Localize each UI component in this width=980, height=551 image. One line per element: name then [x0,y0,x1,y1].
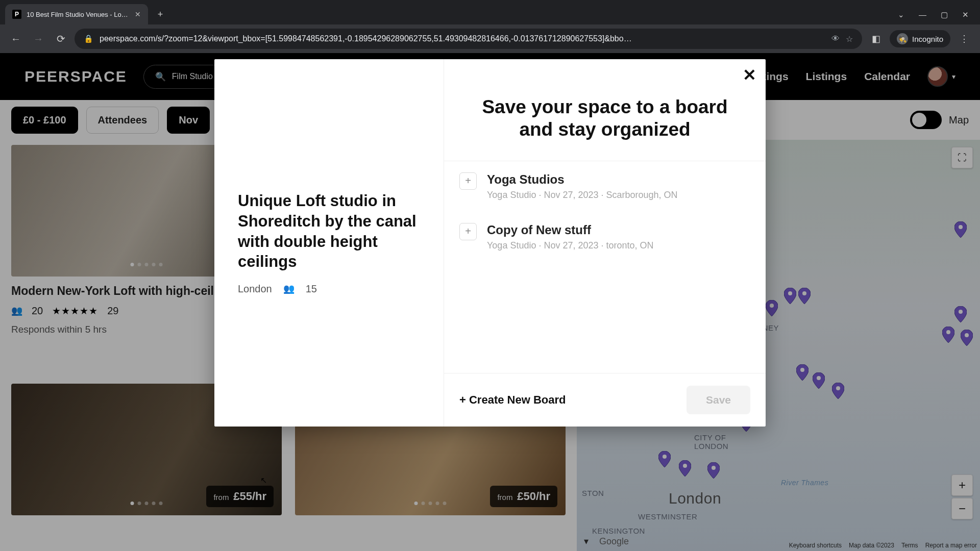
new-tab-button[interactable]: + [153,7,167,21]
create-new-board-button[interactable]: + Create New Board [459,393,566,407]
people-icon: 👥 [283,283,295,294]
lock-icon: 🔒 [84,34,93,43]
board-list: + Yoga Studios Yoga Studio · Nov 27, 202… [444,161,766,373]
save-button[interactable]: Save [687,386,750,414]
browser-tab[interactable]: P 10 Best Film Studio Venues - Lo… ✕ [5,4,148,24]
modal-footer: + Create New Board Save [444,373,766,427]
modal-board-panel: ✕ Save your space to a board and stay or… [444,59,766,427]
no-tracking-icon[interactable]: 👁 [831,34,840,43]
space-title: Unique Loft studio in Shoreditch by the … [238,191,421,272]
url-text: peerspace.com/s/?zoom=12&viewport_bbox=[… [100,34,825,43]
browser-tab-strip: P 10 Best Film Studio Venues - Lo… ✕ + ⌄… [0,0,980,24]
tab-title: 10 Best Film Studio Venues - Lo… [27,11,130,18]
chevron-down-icon[interactable]: ⌄ [898,10,904,19]
board-name: Copy of New stuff [487,223,654,237]
reload-button[interactable]: ⟳ [52,30,69,47]
add-to-board-button[interactable]: + [459,172,477,190]
extensions-icon[interactable]: ◧ [867,30,885,47]
tab-favicon: P [12,10,21,19]
back-button[interactable]: ← [7,30,24,47]
maximize-icon[interactable]: ▢ [941,10,948,19]
incognito-badge: 🕵 Incognito [890,30,950,47]
browser-toolbar: ← → ⟳ 🔒 peerspace.com/s/?zoom=12&viewpor… [0,24,980,53]
close-tab-icon[interactable]: ✕ [135,10,141,18]
board-name: Yoga Studios [487,172,678,187]
modal-heading: Save your space to a board and stay orga… [444,59,766,161]
board-subtext: Yoga Studio · Nov 27, 2023 · Scarborough… [487,190,678,201]
incognito-label: Incognito [912,35,943,43]
page: PEERSPACE 🔍 Film Studio • London, UK 🌐 I… [0,53,980,551]
close-icon[interactable]: ✕ [743,65,756,85]
add-to-board-button[interactable]: + [459,223,477,240]
space-capacity: 15 [306,283,317,295]
save-to-board-modal: Unique Loft studio in Shoreditch by the … [214,59,766,427]
address-bar[interactable]: 🔒 peerspace.com/s/?zoom=12&viewport_bbox… [75,29,862,49]
incognito-icon: 🕵 [897,33,908,44]
bookmark-star-icon[interactable]: ☆ [846,34,853,44]
space-location: London [238,283,272,295]
minimize-icon[interactable]: — [919,10,926,19]
board-subtext: Yoga Studio · Nov 27, 2023 · toronto, ON [487,240,654,251]
browser-menu-icon[interactable]: ⋮ [955,30,973,47]
close-window-icon[interactable]: ✕ [962,10,969,19]
modal-space-preview: Unique Loft studio in Shoreditch by the … [214,59,444,427]
forward-button[interactable]: → [30,30,47,47]
window-controls: ⌄ — ▢ ✕ [898,10,980,24]
board-item[interactable]: + Yoga Studios Yoga Studio · Nov 27, 202… [444,161,766,212]
board-item[interactable]: + Copy of New stuff Yoga Studio · Nov 27… [444,212,766,262]
